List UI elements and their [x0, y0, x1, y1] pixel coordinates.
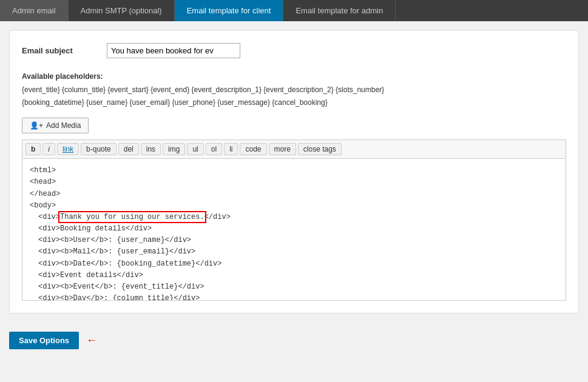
code-line-head-close: </head>: [30, 189, 558, 200]
add-media-label: Add Media: [46, 121, 81, 130]
arrow-icon: ←: [86, 334, 97, 347]
code-inner: <html> <head> </head> <body> <div>Thank …: [22, 159, 566, 301]
placeholders-line1: {event_title} {column_title} {event_star…: [22, 84, 566, 96]
code-line-html: <html>: [30, 165, 558, 176]
add-media-icon: 👤+: [30, 121, 43, 130]
email-subject-label: Email subject: [22, 46, 95, 55]
toolbar-btn-bquote[interactable]: b-quote: [81, 143, 117, 155]
code-line-day: <div><b>Day</b>: {column_title}</div>: [30, 293, 558, 301]
code-line-mail: <div><b>Mail</b>: {user_email}</div>: [30, 246, 558, 258]
email-subject-row: Email subject: [22, 43, 566, 58]
placeholders-title: Available placeholders:: [22, 70, 566, 82]
code-line-thank-you: <div>Thank you for using our services.</…: [30, 212, 558, 223]
toolbar-btn-li[interactable]: li: [224, 143, 238, 155]
toolbar-btn-ul[interactable]: ul: [187, 143, 203, 155]
tab-email-client[interactable]: Email template for client: [175, 0, 284, 21]
code-line-event: <div><b>Event</b>: {event_title}</div>: [30, 281, 558, 293]
save-options-button[interactable]: Save Options: [9, 332, 79, 349]
highlight-thank-you: Thank you for using our services.: [60, 213, 204, 221]
toolbar-btn-del[interactable]: del: [118, 143, 139, 155]
code-line-body: <body>: [30, 200, 558, 212]
toolbar-btn-ol[interactable]: ol: [206, 143, 222, 155]
content-area: Email subject Available placeholders: {e…: [9, 30, 579, 313]
toolbar-btn-img[interactable]: img: [163, 143, 185, 155]
toolbar-btn-code[interactable]: code: [240, 143, 266, 155]
code-editor-scroll[interactable]: <html> <head> </head> <body> <div>Thank …: [22, 158, 566, 301]
toolbar-btn-ins[interactable]: ins: [141, 143, 161, 155]
page-wrapper: Admin email Admin SMTP (optional) Email …: [0, 0, 588, 382]
email-subject-input[interactable]: [107, 43, 240, 58]
tab-admin-smtp[interactable]: Admin SMTP (optional): [69, 0, 175, 21]
save-row: Save Options ←: [0, 326, 588, 355]
editor-toolbar: b i link b-quote del ins img ul ol li co…: [22, 139, 566, 158]
tab-admin-email[interactable]: Admin email: [0, 0, 69, 21]
code-line-head: <head>: [30, 176, 558, 188]
code-line-user: <div><b>User</b>: {user_name}</div>: [30, 235, 558, 246]
code-line-event-details: <div>Event details</div>: [30, 270, 558, 281]
placeholders-section: Available placeholders: {event_title} {c…: [22, 70, 566, 109]
code-line-date: <div><b>Date</b>: {booking_datetime}</di…: [30, 258, 558, 270]
toolbar-btn-more[interactable]: more: [269, 143, 296, 155]
toolbar-btn-b[interactable]: b: [25, 143, 41, 155]
placeholders-line2: {booking_datetime} {user_name} {user_ema…: [22, 96, 566, 109]
toolbar-btn-close-tags[interactable]: close tags: [298, 143, 342, 155]
add-media-button[interactable]: 👤+ Add Media: [22, 118, 89, 133]
toolbar-btn-link[interactable]: link: [57, 143, 79, 155]
tab-email-admin[interactable]: Email template for admin: [283, 0, 396, 21]
tab-bar: Admin email Admin SMTP (optional) Email …: [0, 0, 588, 21]
toolbar-btn-i[interactable]: i: [42, 143, 55, 155]
code-line-booking-details: <div>Booking details</div>: [30, 223, 558, 235]
code-editor-outer: <html> <head> </head> <body> <div>Thank …: [22, 158, 566, 301]
